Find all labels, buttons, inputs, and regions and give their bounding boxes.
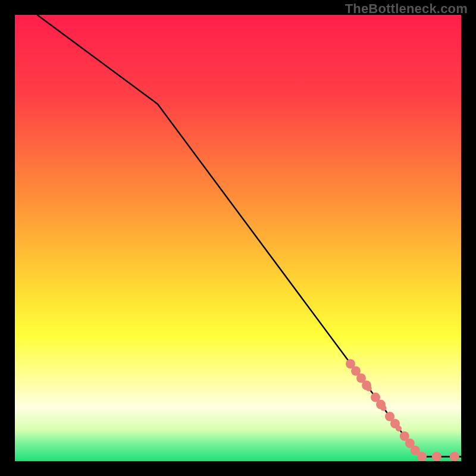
marker-point: [366, 386, 372, 392]
marker-point: [417, 452, 427, 462]
marker-point: [381, 405, 387, 411]
plot-svg: [15, 15, 461, 461]
gradient-background: [15, 15, 461, 461]
marker-point: [450, 452, 459, 462]
plot-area: [15, 15, 461, 461]
chart-frame: TheBottleneck.com: [0, 0, 476, 476]
marker-point: [432, 452, 441, 462]
marker-point: [396, 425, 402, 431]
